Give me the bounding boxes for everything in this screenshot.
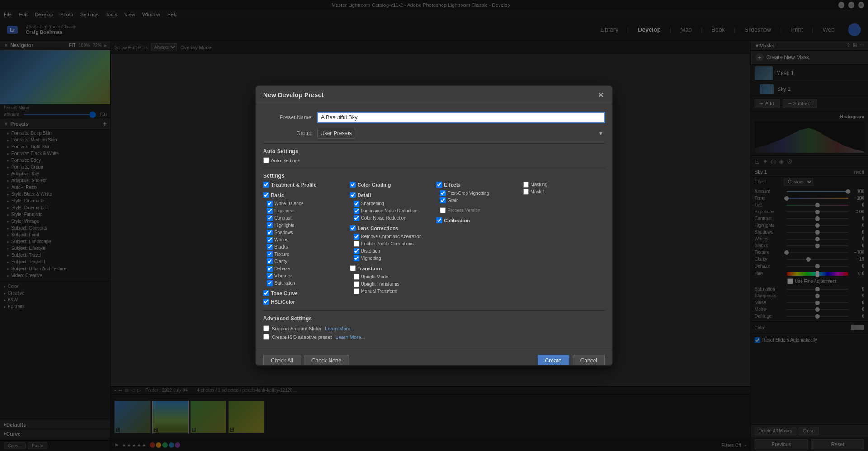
create-iso-checkbox[interactable] (263, 334, 269, 340)
clarity-label: Clarity (274, 259, 287, 264)
exposure-checkbox[interactable] (267, 208, 273, 214)
mask1-label: Mask 1 (531, 189, 545, 194)
manual-transform-checkbox[interactable] (354, 288, 359, 294)
vignetting-checkbox[interactable] (354, 255, 359, 261)
support-amount-label: Support Amount Slider (272, 326, 321, 331)
settings-item-clarity: Clarity (263, 258, 345, 264)
settings-item-exposure: Exposure (263, 208, 345, 214)
saturation-checkbox[interactable] (267, 280, 273, 286)
check-none-button[interactable]: Check None (304, 355, 349, 366)
vignetting-label: Vignetting (361, 256, 381, 261)
color-noise-label: Color Noise Reduction (361, 216, 406, 221)
shadows-label: Shadows (274, 230, 293, 235)
tone-curve-header: Tone Curve (263, 290, 345, 296)
transform-header: Transform (350, 265, 432, 271)
tone-curve-checkbox[interactable] (263, 290, 269, 296)
highlights-checkbox[interactable] (267, 222, 273, 228)
dehaze-checkbox[interactable] (267, 266, 273, 272)
basic-checkbox[interactable] (263, 192, 269, 198)
texture-checkbox[interactable] (267, 251, 273, 257)
dialog-overlay: New Develop Preset ✕ Preset Name: Group:… (0, 0, 868, 451)
learn-more-1-link[interactable]: Learn More... (325, 326, 354, 331)
vibrance-label: Vibrance (274, 273, 292, 278)
settings-item-white-balance: White Balance (263, 201, 345, 207)
grain-checkbox[interactable] (440, 197, 446, 203)
post-crop-checkbox[interactable] (440, 190, 446, 196)
settings-item-manual-transform: Manual Transform (350, 288, 432, 294)
chromatic-ab-label: Remove Chromatic Aberration (361, 234, 422, 239)
detail-checkbox[interactable] (350, 192, 356, 198)
clarity-checkbox[interactable] (267, 258, 273, 264)
hsl-color-checkbox[interactable] (263, 299, 269, 305)
whites-checkbox[interactable] (267, 237, 273, 243)
vibrance-checkbox[interactable] (267, 273, 273, 279)
settings-item-masking: Masking (523, 182, 605, 188)
new-develop-preset-dialog: New Develop Preset ✕ Preset Name: Group:… (255, 85, 613, 366)
effects-header: Effects (436, 182, 519, 188)
sharpening-label: Sharpening (361, 201, 384, 206)
calibration-header: Calibration (436, 217, 519, 223)
settings-item-upright-mode: Upright Mode (350, 274, 432, 280)
upright-transforms-label: Upright Transforms (361, 282, 400, 287)
color-grading-checkbox[interactable] (350, 182, 356, 188)
group-dropdown[interactable]: User Presets (317, 128, 355, 139)
white-balance-checkbox[interactable] (267, 201, 273, 207)
masking-checkbox[interactable] (523, 182, 529, 188)
manual-transform-label: Manual Transform (361, 289, 398, 294)
settings-item-upright-transforms: Upright Transforms (350, 281, 432, 287)
auto-settings-checkbox[interactable] (263, 157, 269, 163)
blacks-checkbox[interactable] (267, 244, 273, 250)
lens-corrections-checkbox[interactable] (350, 225, 356, 231)
transform-label: Transform (358, 266, 382, 271)
auto-settings-label: Auto Settings (271, 158, 300, 163)
settings-col-1: Treatment & Profile Basic White Balance … (263, 182, 345, 306)
distortion-checkbox[interactable] (354, 248, 359, 254)
highlights-label: Highlights (274, 223, 294, 228)
create-button[interactable]: Create (538, 355, 569, 366)
shadows-checkbox[interactable] (267, 230, 273, 235)
chromatic-ab-checkbox[interactable] (354, 234, 359, 240)
settings-item-contrast: Contrast (263, 215, 345, 221)
check-all-button[interactable]: Check All (263, 355, 301, 366)
group-select-wrapper: User Presets (317, 128, 605, 139)
upright-mode-checkbox[interactable] (354, 274, 359, 280)
settings-col-4: Masking Mask 1 (523, 182, 605, 306)
dialog-close-button[interactable]: ✕ (596, 90, 605, 99)
treatment-profile-checkbox[interactable] (263, 182, 269, 188)
settings-item-post-crop: Post-Crop Vignetting (436, 190, 519, 196)
tone-curve-label: Tone Curve (271, 291, 298, 296)
group-label: Group: (263, 130, 313, 136)
process-version-label: Process Version (448, 208, 480, 213)
upright-transforms-checkbox[interactable] (354, 281, 359, 287)
enable-profile-checkbox[interactable] (354, 241, 359, 247)
settings-item-process-version: Process Version (436, 207, 519, 213)
masking-label: Masking (531, 182, 547, 187)
dialog-title: New Develop Preset (263, 91, 324, 99)
settings-item-dehaze: Dehaze (263, 266, 345, 272)
auto-settings-row: Auto Settings (263, 157, 605, 163)
calibration-checkbox[interactable] (436, 217, 442, 223)
mask1-checkbox[interactable] (523, 189, 529, 195)
saturation-label: Saturation (274, 281, 295, 286)
detail-label: Detail (358, 193, 371, 198)
sharpening-checkbox[interactable] (354, 201, 359, 207)
color-noise-checkbox[interactable] (354, 215, 359, 221)
settings-item-whites: Whites (263, 237, 345, 243)
learn-more-2-link[interactable]: Learn More... (335, 334, 365, 340)
cancel-button[interactable]: Cancel (573, 355, 605, 366)
preset-name-input[interactable] (317, 112, 605, 123)
luminance-noise-label: Luminance Noise Reduction (361, 208, 418, 213)
settings-item-chromatic-ab: Remove Chromatic Aberration (350, 234, 432, 240)
support-amount-checkbox[interactable] (263, 325, 269, 331)
transform-checkbox[interactable] (350, 265, 356, 271)
process-version-checkbox[interactable] (440, 207, 446, 213)
settings-item-luminance-noise: Luminance Noise Reduction (350, 208, 432, 214)
settings-item-texture: Texture (263, 251, 345, 257)
effects-checkbox[interactable] (436, 182, 442, 188)
settings-item-enable-profile: Enable Profile Corrections (350, 241, 432, 247)
settings-grid: Treatment & Profile Basic White Balance … (263, 182, 605, 306)
group-row: Group: User Presets (263, 128, 605, 139)
lens-corrections-header: Lens Corrections (350, 225, 432, 231)
luminance-noise-checkbox[interactable] (354, 208, 359, 214)
contrast-checkbox[interactable] (267, 215, 273, 221)
